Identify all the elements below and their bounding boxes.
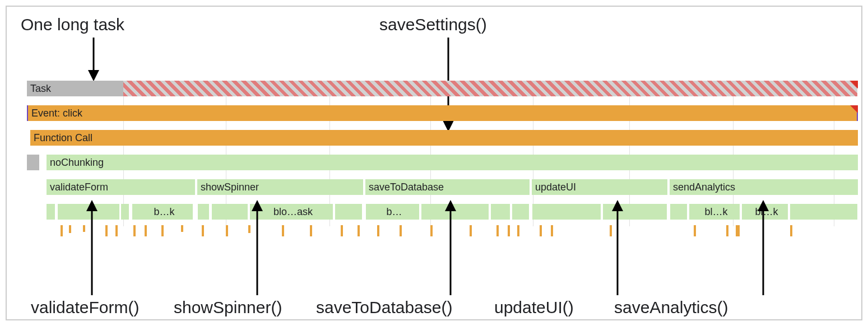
track-gray-stub [27, 155, 39, 170]
track-function-call: Function Call [30, 130, 858, 146]
red-triangle-icon [850, 81, 858, 89]
annotation-one-long-task: One long task [21, 15, 124, 34]
track-small [491, 204, 510, 220]
track-small [790, 204, 857, 220]
track-small [212, 204, 248, 220]
track-small [512, 204, 529, 220]
annotation-saveToDatabase: saveToDatabase() [316, 298, 452, 317]
annotation-saveAnalytics: saveAnalytics() [614, 298, 728, 317]
arrow-updateUI [606, 200, 629, 295]
track-event-click: Event: click [27, 105, 858, 121]
diagram-frame: One long task saveSettings() Task Event:… [6, 6, 862, 320]
track-sendAnalytics: sendAnalytics [670, 179, 858, 195]
track-small [670, 204, 687, 220]
arrow-saveToDatabase [439, 200, 462, 295]
track-blk1: bl…k [689, 204, 740, 220]
track-bk1: b…k [132, 204, 193, 220]
annotation-updateUI: updateUI() [494, 298, 574, 317]
arrow-saveAnalytics [752, 200, 774, 295]
track-saveToDatabase: saveToDatabase [365, 179, 530, 195]
annotation-showSpinner: showSpinner() [174, 298, 282, 317]
track-small [532, 204, 601, 220]
track-small [198, 204, 209, 220]
track-task: Task [27, 81, 123, 96]
track-validateForm: validateForm [47, 179, 195, 195]
annotation-validateForm: validateForm() [31, 298, 139, 317]
track-small [47, 204, 55, 220]
track-task-hatched [123, 81, 857, 96]
track-b: b… [366, 204, 419, 220]
arrow-validateForm [81, 200, 103, 295]
track-no-chunking: noChunking [47, 155, 858, 170]
svg-marker-1 [88, 70, 99, 81]
track-updateUI: updateUI [532, 179, 667, 195]
arrow-showSpinner [246, 200, 268, 295]
annotation-save-settings: saveSettings() [379, 15, 487, 34]
arrow-one-long-task [82, 38, 105, 82]
track-small [335, 204, 362, 220]
track-small [121, 204, 129, 220]
track-showSpinner: showSpinner [197, 179, 363, 195]
red-triangle-icon [850, 105, 858, 113]
